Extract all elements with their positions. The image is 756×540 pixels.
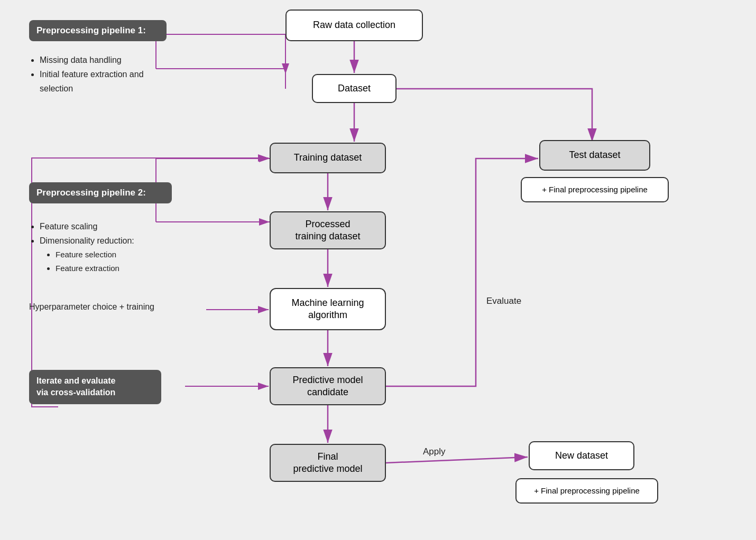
predictive-model-label: Predictive model candidate — [292, 374, 363, 399]
final-model-box: Final predictive model — [270, 444, 386, 482]
new-dataset-box: New dataset — [529, 441, 634, 470]
iterate-box: Iterate and evaluate via cross-validatio… — [29, 370, 161, 404]
dataset-label: Dataset — [338, 82, 371, 95]
diagram-container: Raw data collection Dataset Training dat… — [0, 0, 756, 540]
pipeline1-title: Preprocessing pipeline 1: — [36, 25, 146, 35]
pipeline2-bullet1: Feature scaling — [40, 219, 177, 234]
training-dataset-label: Training dataset — [294, 152, 362, 164]
evaluate-label: Evaluate — [486, 296, 521, 306]
test-dataset-box: Test dataset — [539, 140, 650, 171]
hyperparameter-text: Hyperparameter choice + training — [29, 302, 154, 311]
predictive-model-box: Predictive model candidate — [270, 367, 386, 405]
raw-data-box: Raw data collection — [285, 10, 423, 41]
final-preprocessing-test-box: + Final preprocessing pipeline — [521, 177, 669, 202]
pipeline1-label: Preprocessing pipeline 1: — [29, 20, 167, 41]
pipeline2-label: Preprocessing pipeline 2: — [29, 182, 172, 203]
evaluate-text: Evaluate — [486, 296, 521, 306]
final-preprocessing-new-label: + Final preprocessing pipeline — [534, 486, 640, 496]
iterate-text: Iterate and evaluate via cross-validatio… — [36, 376, 115, 397]
new-dataset-label: New dataset — [555, 450, 608, 462]
training-dataset-box: Training dataset — [270, 143, 386, 173]
final-model-label: Final predictive model — [293, 451, 362, 476]
pipeline2-sub1: Feature selection — [56, 248, 177, 262]
svg-line-8 — [386, 457, 528, 463]
processed-training-box: Processed training dataset — [270, 211, 386, 249]
final-preprocessing-new-box: + Final preprocessing pipeline — [515, 478, 658, 504]
apply-text: Apply — [423, 446, 446, 457]
pipeline1-bullets: Missing data handling Initial feature ex… — [29, 53, 167, 96]
pipeline2-bullet2: Dimensionality reduction: Feature select… — [40, 234, 177, 275]
pipeline2-title: Preprocessing pipeline 2: — [36, 188, 146, 198]
final-preprocessing-test-label: + Final preprocessing pipeline — [542, 184, 648, 195]
pipeline2-sub2: Feature extraction — [56, 262, 177, 275]
pipeline1-bullet2: Initial feature extraction and selection — [40, 67, 167, 96]
pipeline2-bullets: Feature scaling Dimensionality reduction… — [29, 219, 177, 275]
apply-label: Apply — [423, 446, 446, 457]
processed-training-label: Processed training dataset — [295, 218, 360, 243]
raw-data-label: Raw data collection — [313, 19, 395, 31]
test-dataset-label: Test dataset — [569, 149, 620, 161]
pipeline1-bullet1: Missing data handling — [40, 53, 167, 67]
ml-algorithm-label: Machine learning algorithm — [291, 297, 364, 322]
hyperparameter-label: Hyperparameter choice + training — [29, 302, 214, 312]
ml-algorithm-box: Machine learning algorithm — [270, 288, 386, 330]
dataset-box: Dataset — [312, 74, 397, 103]
